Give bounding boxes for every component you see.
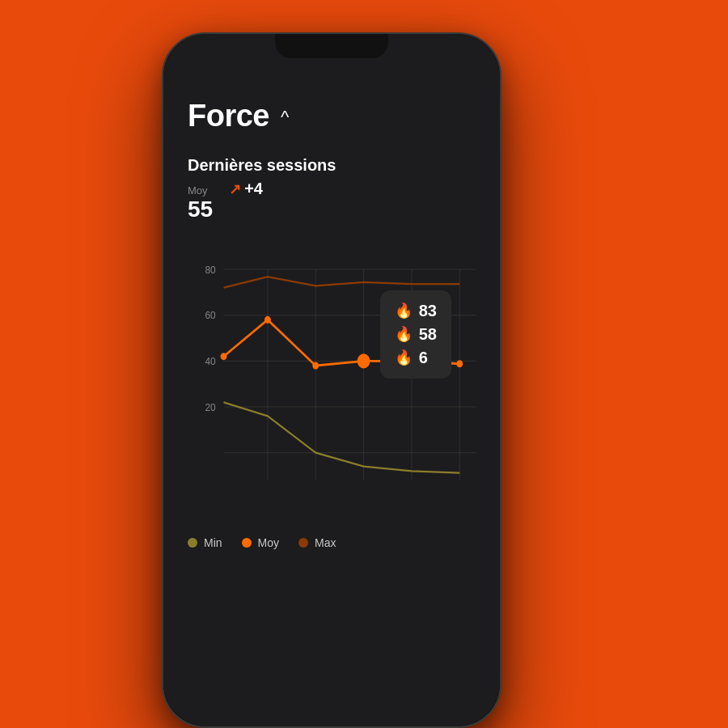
svg-point-19 — [456, 360, 463, 367]
flame-icon-3: 🔥 — [395, 349, 413, 366]
svg-point-14 — [221, 353, 227, 360]
avg-label: Moy — [188, 184, 213, 197]
tooltip-row-1: 🔥 83 — [395, 302, 437, 320]
arrow-up-icon: ↗ — [229, 180, 241, 198]
svg-text:80: 80 — [205, 262, 215, 275]
change-value: +4 — [244, 180, 263, 198]
tooltip-value-2: 58 — [419, 325, 437, 344]
svg-text:20: 20 — [205, 400, 215, 413]
phone-screen: Force ^ Dernières sessions Moy 55 ↗ +4 — [163, 34, 500, 726]
tooltip-value-1: 83 — [419, 302, 437, 320]
chart-legend: Min Moy Max — [188, 530, 476, 549]
legend-item-moy: Moy — [242, 536, 279, 549]
avg-group: Moy 55 — [188, 184, 213, 222]
svg-point-16 — [312, 362, 319, 369]
flame-icon-1: 🔥 — [395, 302, 413, 320]
page-title: Force — [188, 99, 269, 133]
svg-point-15 — [265, 315, 271, 323]
flame-icon-2: 🔥 — [395, 325, 413, 343]
stats-row: Moy 55 ↗ +4 — [188, 180, 476, 222]
legend-dot-moy — [242, 538, 252, 548]
phone-wrapper: Force ^ Dernières sessions Moy 55 ↗ +4 — [162, 32, 502, 728]
legend-dot-min — [188, 538, 197, 548]
avg-value: 55 — [188, 197, 213, 222]
legend-dot-max — [298, 538, 308, 548]
stats-heading: Dernières sessions — [188, 156, 476, 175]
legend-label-min: Min — [204, 536, 222, 549]
legend-item-max: Max — [298, 536, 336, 549]
legend-item-min: Min — [188, 536, 222, 549]
side-button — [500, 196, 502, 244]
notch — [275, 34, 388, 58]
legend-label-max: Max — [315, 536, 336, 549]
legend-label-moy: Moy — [258, 536, 279, 549]
tooltip-row-2: 🔥 58 — [395, 325, 437, 344]
svg-point-17 — [358, 353, 370, 368]
stats-section: Dernières sessions Moy 55 ↗ +4 — [188, 156, 476, 222]
chart-tooltip: 🔥 83 🔥 58 🔥 6 — [380, 290, 451, 379]
svg-text:60: 60 — [205, 308, 215, 321]
svg-text:40: 40 — [205, 354, 215, 367]
tooltip-row-3: 🔥 6 — [395, 349, 437, 367]
chart-container: 80 60 40 20 — [188, 242, 476, 517]
phone-frame: Force ^ Dernières sessions Moy 55 ↗ +4 — [162, 32, 502, 728]
header: Force ^ — [188, 99, 476, 133]
tooltip-value-3: 6 — [419, 349, 428, 367]
screen-content: Force ^ Dernières sessions Moy 55 ↗ +4 — [188, 83, 476, 549]
change-group: ↗ +4 — [229, 180, 263, 198]
chart-svg: 80 60 40 20 — [188, 242, 476, 517]
chevron-up-icon[interactable]: ^ — [281, 107, 289, 128]
